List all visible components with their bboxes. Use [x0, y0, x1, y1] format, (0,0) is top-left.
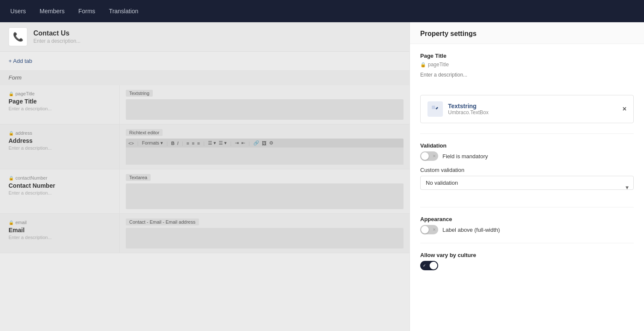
more-icon[interactable]: ⚙	[269, 140, 273, 146]
field-alias: 🔒 address	[9, 130, 111, 136]
add-tab-button[interactable]: + Add tab	[0, 52, 410, 70]
svg-rect-0	[432, 106, 435, 109]
field-label-col-contact: 🔒 contactNumber Contact Number Enter a d…	[0, 169, 120, 213]
nav-members[interactable]: Members	[40, 6, 65, 16]
field-label-col-email: 🔒 email Email Enter a description...	[0, 214, 120, 253]
divider	[420, 133, 634, 134]
toggle-x-icon: ✕	[433, 228, 436, 232]
nav-translation[interactable]: Translation	[109, 6, 139, 16]
table-row: 🔒 address Address Enter a description...…	[0, 124, 410, 169]
italic-icon[interactable]: I	[177, 141, 178, 146]
page-title-section-title: Page Title	[420, 53, 634, 59]
list-ol-icon[interactable]: ☰ ▾	[219, 140, 227, 146]
toggle-x-icon: ✕	[433, 154, 436, 158]
editor-area-email[interactable]	[126, 228, 404, 248]
allow-vary-row: ✓	[420, 261, 634, 270]
textstring-info: Textstring Umbraco.TextBox	[448, 103, 489, 115]
field-alias: 🔒 email	[9, 220, 111, 225]
table-row: 🔒 pageTitle Page Title Enter a descripti…	[0, 85, 410, 124]
link-icon[interactable]: 🔗	[253, 140, 259, 146]
field-editor-col-pagetitle: Textstring	[120, 85, 410, 124]
toggle-knob	[421, 226, 429, 233]
textstring-label: Textstring	[448, 103, 489, 109]
align-left-icon[interactable]: ≡	[187, 141, 189, 146]
field-editor-col-contact: Textarea	[120, 169, 410, 213]
textstring-card: Textstring Umbraco.TextBox ×	[420, 95, 634, 123]
code-icon[interactable]: <>	[128, 141, 134, 146]
lock-icon: 🔒	[9, 176, 14, 180]
allow-vary-title: Allow vary by culture	[420, 252, 634, 258]
align-center-icon[interactable]: ≡	[192, 141, 194, 146]
nav-users[interactable]: Users	[10, 6, 26, 16]
page-title-description-input[interactable]	[420, 71, 634, 79]
nav-forms[interactable]: Forms	[78, 6, 95, 16]
validation-section: Validation ✕ Field is mandatory Custom v…	[420, 142, 634, 198]
mandatory-label: Field is mandatory	[442, 153, 488, 160]
textstring-card-left: Textstring Umbraco.TextBox	[427, 101, 489, 117]
editor-type-badge: Contact - Email - Email address	[126, 219, 199, 225]
custom-validation-select[interactable]: No validation	[420, 176, 634, 190]
form-fields-list: 🔒 pageTitle Page Title Enter a descripti…	[0, 85, 410, 331]
field-name: Address	[9, 137, 111, 144]
lock-icon: 🔒	[9, 220, 14, 225]
field-name: Page Title	[9, 98, 111, 105]
lock-icon: 🔒	[9, 92, 14, 96]
mandatory-row: ✕ Field is mandatory	[420, 151, 634, 161]
table-row: 🔒 email Email Enter a description... Con…	[0, 214, 410, 253]
label-above-toggle[interactable]: ✕	[420, 225, 438, 234]
field-name: Contact Number	[9, 182, 111, 189]
table-row: 🔒 contactNumber Contact Number Enter a d…	[0, 169, 410, 214]
form-header-text: Contact Us Enter a description...	[33, 30, 80, 44]
richtext-toolbar: <> | Formats ▾ | B I | ≡ ≡ ≡ | ☰ ▾ ☰ ▾ |	[126, 139, 404, 148]
bold-icon[interactable]: B	[171, 141, 175, 146]
editor-area-textstring[interactable]	[126, 99, 404, 120]
label-above-row: ✕ Label above (full-width)	[420, 225, 634, 234]
close-button[interactable]: ×	[623, 105, 626, 113]
appearance-title: Appearance	[420, 216, 634, 222]
field-desc[interactable]: Enter a description...	[9, 235, 111, 240]
outdent-icon[interactable]: ⇤	[241, 140, 245, 146]
form-description[interactable]: Enter a description...	[33, 38, 80, 44]
toggle-knob	[430, 262, 437, 269]
align-right-icon[interactable]: ≡	[197, 141, 200, 146]
image-icon[interactable]: 🖼	[262, 141, 267, 146]
form-section-label: Form	[0, 70, 410, 85]
field-alias: 🔒 pageTitle	[9, 91, 111, 96]
field-label-col-pagetitle: 🔒 pageTitle Page Title Enter a descripti…	[0, 85, 120, 124]
editor-type-badge: Textstring	[126, 90, 153, 97]
allow-vary-toggle[interactable]: ✓	[420, 261, 438, 270]
mandatory-toggle[interactable]: ✕	[420, 151, 438, 161]
field-name: Email	[9, 227, 111, 233]
field-desc[interactable]: Enter a description...	[9, 145, 111, 151]
field-editor-col-address: Richtext editor <> | Formats ▾ | B I | ≡…	[120, 124, 410, 169]
right-panel-title: Property settings	[420, 30, 634, 38]
divider	[420, 243, 634, 243]
right-panel-body: Page Title 🔒 pageTitle	[410, 44, 644, 331]
textstring-icon	[427, 101, 443, 117]
toggle-check-icon: ✓	[423, 263, 426, 268]
richtext-body[interactable]	[126, 148, 404, 165]
lock-icon: 🔒	[9, 131, 14, 136]
list-ul-icon[interactable]: ☰ ▾	[208, 140, 216, 146]
textstring-type: Umbraco.TextBox	[448, 109, 489, 115]
divider	[420, 207, 634, 207]
field-alias: 🔒 contactNumber	[9, 175, 111, 180]
page-title-alias: 🔒 pageTitle	[420, 62, 634, 68]
indent-icon[interactable]: ⇥	[235, 140, 239, 146]
field-label-col-address: 🔒 address Address Enter a description...	[0, 124, 120, 169]
editor-area-textarea[interactable]	[126, 183, 404, 209]
field-desc[interactable]: Enter a description...	[9, 190, 111, 195]
field-desc[interactable]: Enter a description...	[9, 106, 111, 111]
form-header: 📞 Contact Us Enter a description...	[0, 22, 410, 52]
formats-dropdown[interactable]: Formats ▾	[142, 140, 163, 146]
custom-validation-label: Custom validation	[420, 167, 634, 173]
left-panel: 📞 Contact Us Enter a description... + Ad…	[0, 22, 410, 331]
custom-validation-select-wrapper: No validation	[420, 176, 634, 198]
form-icon: 📞	[9, 27, 27, 46]
allow-vary-section: Allow vary by culture ✓	[420, 252, 634, 270]
right-panel: Property settings Page Title 🔒 pageTitle	[410, 22, 644, 331]
editor-type-badge: Richtext editor	[126, 129, 163, 136]
label-above-label: Label above (full-width)	[442, 227, 500, 233]
top-nav: Users Members Forms Translation	[0, 0, 644, 22]
field-editor-col-email: Contact - Email - Email address	[120, 214, 410, 253]
